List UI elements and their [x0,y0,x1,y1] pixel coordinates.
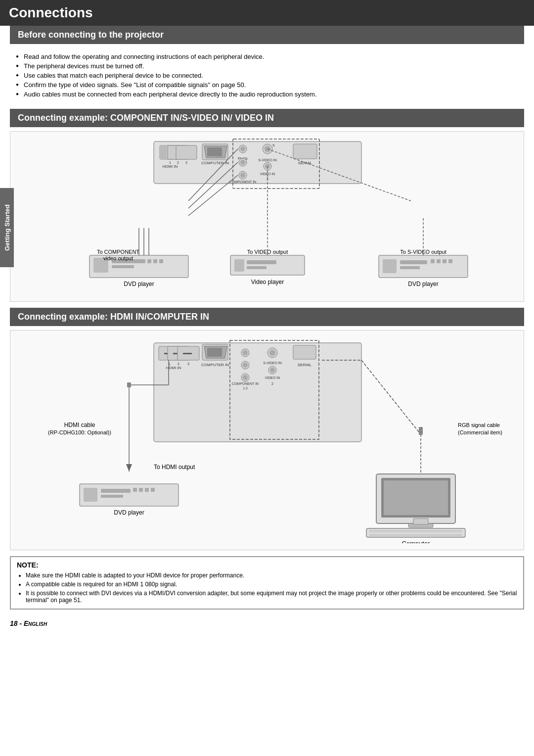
side-tab: Getting Started [0,188,14,267]
svg-rect-57 [400,266,420,269]
svg-point-90 [243,375,248,380]
svg-rect-29 [293,144,317,159]
svg-text:VIDEO IN: VIDEO IN [265,376,280,379]
svg-point-19 [240,173,245,178]
svg-rect-119 [145,488,149,492]
list-item: Read and follow the operating and connec… [16,52,518,61]
svg-point-86 [243,350,248,355]
hdmi-header: Connecting example: HDMI IN/COMPUTER IN [10,308,524,326]
svg-rect-49 [234,259,244,272]
svg-text:DVD player: DVD player [408,281,438,287]
svg-text:HDMI IN: HDMI IN [163,164,178,169]
svg-rect-61 [448,259,452,263]
svg-rect-124 [384,480,448,515]
svg-text:RGB signal cable: RGB signal cable [458,422,500,428]
svg-text:3: 3 [187,362,189,366]
svg-text:1          2: 1 2 [243,386,248,390]
svg-text:S: S [272,143,275,147]
svg-text:Video player: Video player [251,279,284,285]
svg-rect-43 [153,259,157,263]
note-item: It is possible to connect with DVI devic… [26,589,517,605]
svg-line-107 [361,360,421,434]
component-diagram: 1 2 3 HDMI IN COMPUTER IN Pb/Cb [10,131,524,302]
svg-text:2: 2 [271,382,273,385]
svg-rect-128 [369,530,462,532]
svg-rect-12 [207,147,222,156]
component-diagram-svg: 1 2 3 HDMI IN COMPUTER IN Pb/Cb [15,137,510,295]
svg-text:video output: video output [103,255,133,261]
svg-rect-3 [160,145,167,159]
note-item: A compatible cable is required for an HD… [26,580,517,589]
svg-text:1: 1 [169,161,171,164]
svg-rect-115 [101,489,131,493]
svg-text:(RP-CDHG100: Optional)): (RP-CDHG100: Optional)) [48,429,111,435]
note-section: NOTE: Make sure the HDMI cable is adapte… [10,556,524,610]
component-section: Connecting example: COMPONENT IN/S-VIDEO… [10,109,524,302]
svg-text:Computer: Computer [401,540,430,543]
component-header: Connecting example: COMPONENT IN/S-VIDEO… [10,109,524,127]
hdmi-diagram-svg: ▬▬ 1 ▬▬ 2 ▬▬ 3 HDMI IN COMPUTER IN [15,335,510,543]
svg-text:2: 2 [178,362,179,366]
svg-marker-111 [126,464,132,472]
svg-rect-55 [383,259,397,273]
svg-rect-100 [293,345,316,359]
svg-rect-59 [437,259,441,263]
svg-text:To HDMI output: To HDMI output [154,464,195,471]
before-connecting-list: Read and follow the operating and connec… [10,48,524,103]
svg-text:COMPONENT IN: COMPONENT IN [229,180,256,184]
note-list: Make sure the HDMI cable is adapted to y… [17,571,517,605]
svg-text:▬▬: ▬▬ [183,350,192,355]
note-title: NOTE: [17,561,517,569]
svg-rect-116 [101,495,123,498]
list-item: Audio cables must be connected from each… [16,90,518,99]
svg-text:SERIAL: SERIAL [298,363,312,367]
svg-point-88 [243,363,248,368]
svg-rect-40 [112,265,134,268]
before-connecting-header: Before connecting to the projector [10,26,524,44]
svg-point-14 [240,146,245,151]
list-item: The peripheral devices must be turned of… [16,61,518,71]
svg-rect-44 [159,259,163,263]
list-item: Confirm the type of video signals. See "… [16,80,518,90]
svg-text:(Commercial item): (Commercial item) [458,429,502,435]
hdmi-section: Connecting example: HDMI IN/COMPUTER IN … [10,308,524,550]
svg-text:COMPUTER IN: COMPUTER IN [201,363,229,367]
page-title: Connections [0,0,534,26]
svg-point-97 [270,368,275,373]
svg-rect-126 [413,519,428,524]
page-footer: 18 - English [0,615,534,631]
svg-rect-41 [141,259,145,263]
note-item: Make sure the HDMI cable is adapted to y… [26,571,517,580]
svg-rect-56 [400,260,427,264]
before-connecting-section: Before connecting to the projector Read … [10,26,524,103]
svg-rect-117 [133,488,137,492]
svg-rect-82 [207,348,222,357]
svg-text:S-VIDEO IN: S-VIDEO IN [258,158,277,162]
footer-text: 18 - English [10,619,47,627]
svg-rect-118 [139,488,143,492]
svg-point-94 [269,350,275,356]
svg-text:2: 2 [177,161,179,164]
svg-text:COMPONENT IN: COMPONENT IN [232,382,259,385]
svg-rect-114 [84,488,97,502]
list-item: Use cables that match each peripheral de… [16,71,518,80]
svg-text:DVD player: DVD player [114,509,144,516]
svg-rect-51 [247,266,267,269]
svg-text:DVD player: DVD player [124,281,154,287]
svg-rect-105 [127,382,131,387]
svg-text:To COMPONENT: To COMPONENT [97,249,139,255]
svg-rect-60 [443,259,446,263]
svg-point-17 [240,160,245,165]
svg-rect-42 [147,259,151,263]
svg-text:HDMI cable: HDMI cable [64,422,95,428]
hdmi-diagram: ▬▬ 1 ▬▬ 2 ▬▬ 3 HDMI IN COMPUTER IN [10,330,524,550]
svg-rect-58 [431,259,435,263]
svg-rect-134 [419,427,423,435]
svg-rect-50 [247,260,276,264]
svg-text:3: 3 [185,161,187,164]
svg-rect-129 [369,534,462,536]
svg-rect-6 [176,145,197,159]
svg-rect-120 [151,488,155,492]
svg-text:S-VIDEO IN: S-VIDEO IN [263,361,282,365]
